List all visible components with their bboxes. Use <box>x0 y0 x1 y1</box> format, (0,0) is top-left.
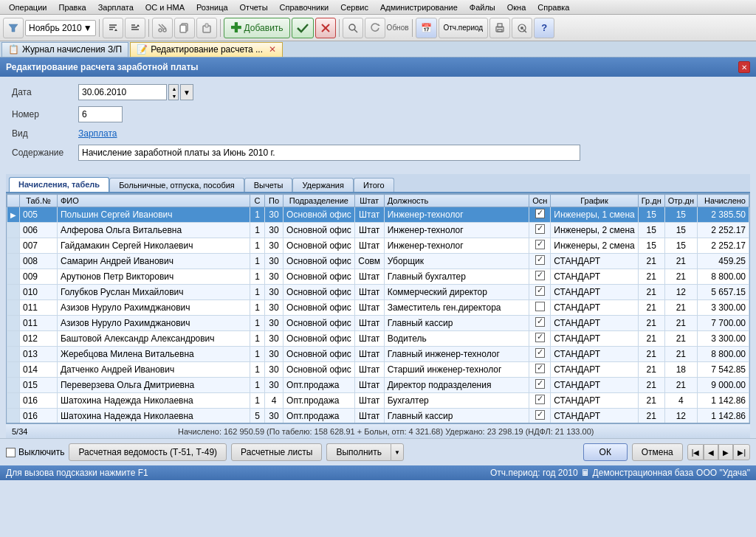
sort-desc-btn[interactable] <box>125 18 145 38</box>
nav-prev-btn[interactable]: ◀ <box>704 444 718 460</box>
copy-btn[interactable] <box>174 18 195 38</box>
preview-btn[interactable] <box>512 18 532 38</box>
calc-sheet-btn[interactable]: Расчетная ведомость (Т-51, Т-49) <box>69 443 227 461</box>
grid-tab-2[interactable]: Вычеты <box>244 178 293 192</box>
osn-checkbox[interactable] <box>535 209 545 218</box>
menu-reports[interactable]: Отчеты <box>234 1 274 13</box>
menu-help[interactable]: Справка <box>532 1 575 13</box>
osn-checkbox[interactable] <box>535 271 545 280</box>
table-row[interactable]: 011 Азизов Нуруло Рахимджанович 1 30 Осн… <box>7 316 749 331</box>
col-grdn[interactable]: Гр.дн <box>638 195 664 207</box>
cell-nachis: 7 542.85 <box>698 362 749 378</box>
month-dropdown-icon[interactable]: ▼ <box>83 23 92 33</box>
table-row[interactable]: 010 Голубков Руслан Михайлович 1 30 Осно… <box>7 285 749 300</box>
osn-checkbox[interactable] <box>535 302 545 311</box>
grid-tab-4[interactable]: Итого <box>354 178 394 192</box>
type-link[interactable]: Зарплата <box>78 128 117 139</box>
col-shtat[interactable]: Штат <box>354 195 384 207</box>
period-btn[interactable]: Отч.период <box>439 18 489 38</box>
execute-dropdown-btn[interactable]: ▼ <box>391 443 404 461</box>
delete-btn[interactable] <box>315 18 336 38</box>
menu-admin[interactable]: Администрирование <box>374 1 464 13</box>
col-c[interactable]: С <box>250 195 265 207</box>
grid-tab-1[interactable]: Больничные, отпуска, пособия <box>109 178 244 192</box>
dialog-close-button[interactable]: ✕ <box>738 61 750 73</box>
table-row[interactable]: 007 Гайдамакин Сергей Николаевич 1 30 Ос… <box>7 238 749 254</box>
nav-next-btn[interactable]: ▶ <box>718 444 733 460</box>
cut-btn[interactable] <box>152 18 173 38</box>
tab-editing[interactable]: 📝 Редактирование расчета ... ✕ <box>130 42 283 57</box>
osn-checkbox[interactable] <box>535 348 545 358</box>
menu-service[interactable]: Сервис <box>334 1 374 13</box>
osn-checkbox[interactable] <box>535 364 545 373</box>
table-row[interactable]: 014 Датченко Андрей Иванович 1 30 Основн… <box>7 362 749 378</box>
table-scroll[interactable]: Таб.№ ФИО С По Подразделение Штат Должно… <box>7 194 749 423</box>
tab-journal[interactable]: 📋 Журнал начисления З/П <box>1 42 128 57</box>
table-row[interactable]: 016 Шатохина Надежда Николаевна 1 4 Опт.… <box>7 393 749 409</box>
help-btn[interactable]: ? <box>534 18 554 38</box>
col-fio[interactable]: ФИО <box>57 195 250 207</box>
execute-btn[interactable]: Выполнить <box>326 443 391 461</box>
osn-checkbox[interactable] <box>535 379 545 389</box>
cancel-btn[interactable]: Отмена <box>632 443 683 461</box>
pay-sheets-btn[interactable]: Расчетные листы <box>231 443 322 461</box>
disable-checkbox[interactable] <box>6 448 16 457</box>
osn-checkbox[interactable] <box>535 224 545 234</box>
menu-edit[interactable]: Правка <box>52 1 92 13</box>
menu-salary[interactable]: Зарплата <box>92 1 140 13</box>
table-row[interactable]: ▶ 005 Польшин Сергей Иванович 1 30 Основ… <box>7 207 749 223</box>
print-btn[interactable] <box>489 18 510 38</box>
grid-tab-3[interactable]: Удержания <box>292 178 353 192</box>
month-selector[interactable]: Ноябрь 2010 ▼ <box>25 20 96 36</box>
table-row[interactable]: 008 Самарин Андрей Иванович 1 30 Основно… <box>7 254 749 269</box>
col-nachis[interactable]: Начислено <box>698 195 749 207</box>
date-spinner[interactable]: ▲ ▼ <box>168 84 179 100</box>
table-row[interactable]: 012 Баштовой Александр Александрович 1 3… <box>7 331 749 347</box>
col-dolj[interactable]: Должность <box>384 195 529 207</box>
nav-first-btn[interactable]: |◀ <box>687 444 704 460</box>
menu-reference[interactable]: Справочники <box>274 1 335 13</box>
osn-checkbox[interactable] <box>535 395 545 404</box>
table-row[interactable]: 013 Жеребцова Милена Витальевна 1 30 Осн… <box>7 347 749 362</box>
grid-tab-0[interactable]: Начисления, табель <box>9 177 109 192</box>
table-row[interactable]: 009 Арутюнов Петр Викторович 1 30 Основн… <box>7 269 749 285</box>
table-row[interactable]: 006 Алферова Ольга Витальевна 1 30 Основ… <box>7 223 749 238</box>
col-tab[interactable]: Таб.№ <box>20 195 58 207</box>
nav-last-btn[interactable]: ▶| <box>733 444 750 460</box>
col-grafik[interactable]: График <box>551 195 638 207</box>
osn-checkbox[interactable] <box>535 255 545 265</box>
menu-retail[interactable]: Розница <box>190 1 234 13</box>
osn-checkbox[interactable] <box>535 410 545 420</box>
osn-checkbox[interactable] <box>535 240 545 249</box>
content-input[interactable] <box>78 145 580 161</box>
date-input[interactable] <box>78 84 167 100</box>
menu-operations[interactable]: Операции <box>3 1 52 13</box>
menu-files[interactable]: Файлы <box>464 1 501 13</box>
refresh-btn[interactable] <box>365 18 385 38</box>
sort-asc-btn[interactable] <box>103 18 123 38</box>
table-row[interactable]: 016 Шатохина Надежда Николаевна 5 30 Опт… <box>7 409 749 423</box>
ok-btn[interactable]: ОК <box>583 443 628 461</box>
table-row[interactable]: 015 Переверзева Ольга Дмитриевна 1 30 Оп… <box>7 378 749 393</box>
calendar-btn[interactable]: 📅 <box>416 18 437 38</box>
table-row[interactable]: 011 Азизов Нуруло Рахимджанович 1 30 Осн… <box>7 300 749 316</box>
menu-os[interactable]: ОС и НМА <box>140 1 190 13</box>
filter-btn[interactable] <box>3 18 24 38</box>
menu-windows[interactable]: Окна <box>501 1 532 13</box>
osn-checkbox[interactable] <box>535 286 545 296</box>
col-osn[interactable]: Осн <box>529 195 551 207</box>
date-down-btn[interactable]: ▼ <box>169 92 179 100</box>
date-up-btn[interactable]: ▲ <box>169 85 179 92</box>
osn-checkbox[interactable] <box>535 317 545 327</box>
col-po[interactable]: По <box>265 195 284 207</box>
search-btn[interactable] <box>343 18 363 38</box>
paste-btn[interactable] <box>196 18 217 38</box>
col-dept[interactable]: Подразделение <box>284 195 355 207</box>
tab-close-icon[interactable]: ✕ <box>269 44 276 55</box>
osn-checkbox[interactable] <box>535 333 545 342</box>
confirm-btn[interactable] <box>292 18 314 38</box>
number-input[interactable] <box>78 106 123 122</box>
date-dropdown-btn[interactable]: ▼ <box>180 84 193 100</box>
add-btn[interactable]: ✚ Добавить <box>224 18 290 38</box>
col-otrdn[interactable]: Отр.дн <box>664 195 697 207</box>
